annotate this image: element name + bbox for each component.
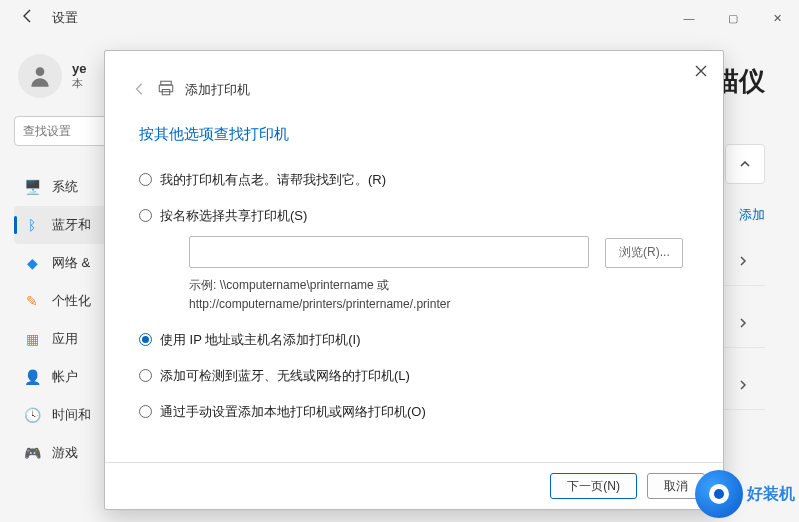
nav-icon: ᛒ	[24, 217, 40, 233]
add-printer-dialog: 添加打印机 按其他选项查找打印机 我的打印机有点老。请帮我找到它。(R) 按名称…	[104, 50, 724, 510]
nav-label: 游戏	[52, 444, 78, 462]
nav-icon: ◆	[24, 255, 40, 271]
option-bluetooth-network[interactable]: 添加可检测到蓝牙、无线或网络的打印机(L)	[139, 358, 689, 394]
titlebar: 设置 — ▢ ✕	[0, 0, 799, 36]
window-maximize-button[interactable]: ▢	[711, 0, 755, 36]
nav-icon: 🎮	[24, 445, 40, 461]
nav-label: 帐户	[52, 368, 78, 386]
radio-icon	[139, 209, 152, 222]
nav-icon: ✎	[24, 293, 40, 309]
window-title: 设置	[52, 9, 78, 27]
dialog-title: 添加打印机	[185, 81, 250, 99]
watermark-logo-icon	[695, 470, 743, 518]
radio-icon	[139, 173, 152, 186]
next-button[interactable]: 下一页(N)	[550, 473, 637, 499]
option-label: 使用 IP 地址或主机名添加打印机(I)	[160, 331, 361, 349]
profile-name: ye	[72, 61, 86, 76]
watermark: 好装机	[695, 470, 795, 518]
printer-icon	[157, 79, 175, 101]
share-name-input[interactable]	[189, 236, 589, 268]
example-line2: http://computername/printers/printername…	[189, 297, 450, 311]
svg-rect-2	[159, 85, 173, 92]
nav-label: 时间和	[52, 406, 91, 424]
nav-icon: ▦	[24, 331, 40, 347]
nav-label: 网络 &	[52, 254, 90, 272]
svg-rect-1	[161, 81, 172, 85]
svg-point-0	[36, 67, 45, 76]
nav-label: 系统	[52, 178, 78, 196]
chevron-right-icon	[737, 255, 749, 267]
back-arrow-icon[interactable]	[20, 8, 36, 28]
chevron-right-icon	[737, 317, 749, 329]
option-old-printer[interactable]: 我的打印机有点老。请帮我找到它。(R)	[139, 162, 689, 198]
nav-icon: 🕓	[24, 407, 40, 423]
dialog-back-icon[interactable]	[133, 82, 147, 99]
nav-icon: 🖥️	[24, 179, 40, 195]
nav-label: 应用	[52, 330, 78, 348]
dialog-close-button[interactable]	[687, 57, 715, 85]
option-ip-address[interactable]: 使用 IP 地址或主机名添加打印机(I)	[139, 322, 689, 358]
option-share-name[interactable]: 按名称选择共享打印机(S)	[139, 198, 689, 234]
example-line1: 示例: \\computername\printername 或	[189, 278, 389, 292]
window-close-button[interactable]: ✕	[755, 0, 799, 36]
option-manual-setup[interactable]: 通过手动设置添加本地打印机或网络打印机(O)	[139, 394, 689, 430]
radio-icon	[139, 369, 152, 382]
nav-icon: 👤	[24, 369, 40, 385]
nav-label: 蓝牙和	[52, 216, 91, 234]
option-label: 按名称选择共享打印机(S)	[160, 207, 307, 225]
avatar	[18, 54, 62, 98]
watermark-text: 好装机	[747, 484, 795, 505]
option-label: 添加可检测到蓝牙、无线或网络的打印机(L)	[160, 367, 410, 385]
nav-label: 个性化	[52, 292, 91, 310]
browse-button[interactable]: 浏览(R)...	[605, 238, 683, 268]
option-label: 通过手动设置添加本地打印机或网络打印机(O)	[160, 403, 426, 421]
profile-sub: 本	[72, 76, 86, 91]
expand-button[interactable]	[725, 144, 765, 184]
option-label: 我的打印机有点老。请帮我找到它。(R)	[160, 171, 386, 189]
radio-icon	[139, 333, 152, 346]
window-minimize-button[interactable]: —	[667, 0, 711, 36]
radio-icon	[139, 405, 152, 418]
chevron-right-icon	[737, 379, 749, 391]
dialog-subtitle: 按其他选项查找打印机	[105, 101, 723, 156]
